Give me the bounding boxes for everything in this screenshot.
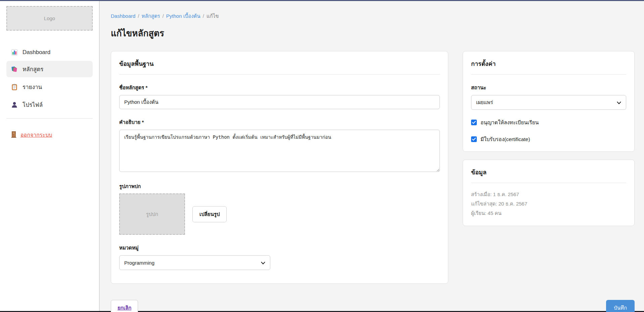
basic-info-card: ข้อมูลพื้นฐาน ชื่อหลักสูตร * คำอธิบาย * …	[111, 51, 448, 284]
sidebar-item-reports[interactable]: รายงาน	[6, 79, 93, 95]
course-name-label: ชื่อหลักสูตร *	[119, 84, 440, 92]
description-textarea[interactable]: เรียนรู้พื้นฐานการเขียนโปรแกรมด้วยภาษา P…	[119, 130, 440, 172]
settings-card: การตั้งค่า สถานะ เผยแพร่ อนุญาตให้ลงทะ	[463, 51, 635, 152]
chevron-down-icon	[617, 100, 621, 105]
save-button[interactable]: บันทึก	[606, 300, 635, 312]
breadcrumb-course-name[interactable]: Python เบื้องต้น	[166, 13, 200, 19]
logo-text: Logo	[44, 15, 55, 21]
description-label: คำอธิบาย *	[119, 118, 440, 126]
left-column: ข้อมูลพื้นฐาน ชื่อหลักสูตร * คำอธิบาย * …	[111, 51, 448, 284]
content-columns: ข้อมูลพื้นฐาน ชื่อหลักสูตร * คำอธิบาย * …	[111, 51, 635, 284]
page-title: แก้ไขหลักสูตร	[111, 26, 635, 40]
last-modified-date: แก้ไขล่าสุด: 20 ธ.ค. 2567	[471, 199, 626, 209]
sidebar-nav: Dashboard หลักสูตร	[6, 45, 93, 113]
sidebar-item-label: โปรไฟล์	[22, 100, 43, 109]
basic-info-title: ข้อมูลพื้นฐาน	[119, 59, 440, 69]
student-count: ผู้เรียน: 45 คน	[471, 209, 626, 218]
breadcrumb-dashboard[interactable]: Dashboard	[111, 13, 135, 19]
category-selected-value: Programming	[124, 260, 154, 266]
settings-title: การตั้งค่า	[471, 59, 626, 69]
right-column: การตั้งค่า สถานะ เผยแพร่ อนุญาตให้ลงทะ	[463, 51, 635, 226]
status-select[interactable]: เผยแพร่	[471, 95, 626, 110]
sidebar-item-dashboard[interactable]: Dashboard	[6, 45, 93, 59]
door-icon	[11, 131, 17, 139]
checkbox-checked-icon[interactable]	[471, 136, 477, 142]
logo: Logo	[6, 6, 93, 31]
logout-link[interactable]: ออกจากระบบ	[6, 131, 93, 139]
info-card: ข้อมูล สร้างเมื่อ: 1 ธ.ค. 2567 แก้ไขล่าส…	[463, 160, 635, 226]
chevron-down-icon	[261, 260, 265, 266]
section-divider	[119, 74, 440, 75]
sidebar-item-courses[interactable]: หลักสูตร	[6, 61, 93, 77]
breadcrumb-current: แก้ไข	[206, 13, 219, 19]
cover-placeholder-text: รูปปก	[146, 210, 158, 218]
status-label: สถานะ	[471, 84, 626, 92]
person-icon	[11, 101, 18, 108]
books-icon	[11, 66, 18, 73]
category-select[interactable]: Programming	[119, 255, 270, 270]
footer-actions: ยกเลิก บันทึก	[111, 300, 635, 312]
bar-chart-icon	[11, 49, 18, 56]
change-image-button[interactable]: เปลี่ยนรูป	[192, 206, 227, 222]
section-divider	[471, 183, 626, 183]
allow-enrollment-checkbox-row[interactable]: อนุญาตให้ลงทะเบียนเรียน	[471, 118, 626, 127]
breadcrumb-separator: /	[203, 13, 204, 19]
sidebar-item-label: รายงาน	[22, 82, 42, 91]
breadcrumb-separator: /	[163, 13, 164, 19]
certificate-checkbox-row[interactable]: มีใบรับรอง(certificate)	[471, 135, 626, 143]
logout-label: ออกจากระบบ	[20, 131, 52, 139]
certificate-label: มีใบรับรอง(certificate)	[480, 135, 530, 143]
cover-image-label: รูปภาพปก	[119, 182, 440, 190]
cancel-button[interactable]: ยกเลิก	[111, 300, 138, 312]
section-divider	[471, 74, 626, 75]
sidebar-divider	[6, 118, 93, 119]
sidebar-item-label: Dashboard	[22, 49, 50, 56]
checkbox-checked-icon[interactable]	[471, 120, 477, 125]
status-selected-value: เผยแพร่	[476, 98, 493, 106]
cover-image-placeholder: รูปปก	[119, 193, 185, 235]
app-window: Logo Dashboard	[0, 0, 644, 312]
allow-enrollment-label: อนุญาตให้ลงทะเบียนเรียน	[480, 118, 539, 127]
created-date: สร้างเมื่อ: 1 ธ.ค. 2567	[471, 190, 626, 199]
breadcrumb-separator: /	[138, 13, 139, 19]
sidebar-item-label: หลักสูตร	[22, 64, 43, 74]
info-title: ข้อมูล	[471, 167, 626, 177]
breadcrumb-courses[interactable]: หลักสูตร	[142, 13, 160, 19]
category-label: หมวดหมู่	[119, 244, 440, 252]
course-name-input[interactable]	[119, 95, 440, 109]
main-content: Dashboard/หลักสูตร/Python เบื้องต้น/แก้ไ…	[100, 1, 644, 311]
sidebar: Logo Dashboard	[0, 1, 100, 311]
sidebar-item-profile[interactable]: โปรไฟล์	[6, 96, 93, 113]
cover-image-row: รูปปก เปลี่ยนรูป	[119, 193, 440, 235]
info-block: สร้างเมื่อ: 1 ธ.ค. 2567 แก้ไขล่าสุด: 20 …	[471, 190, 626, 218]
breadcrumb: Dashboard/หลักสูตร/Python เบื้องต้น/แก้ไ…	[111, 12, 635, 20]
clipboard-icon	[11, 84, 18, 90]
